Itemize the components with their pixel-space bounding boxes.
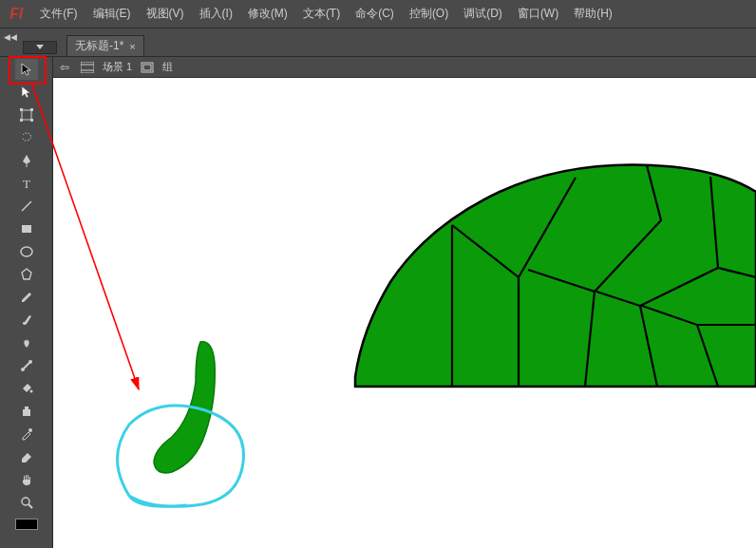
- svg-point-19: [29, 390, 32, 393]
- breadcrumb-scene[interactable]: 场景 1: [103, 60, 132, 74]
- svg-marker-15: [22, 269, 31, 279]
- svg-rect-8: [20, 119, 23, 122]
- stage[interactable]: [53, 78, 756, 548]
- eraser-tool[interactable]: [15, 446, 38, 467]
- svg-rect-0: [81, 62, 94, 73]
- document-tab-title: 无标题-1*: [75, 38, 123, 54]
- document-tab[interactable]: 无标题-1* ×: [66, 35, 144, 56]
- scene-icon[interactable]: [80, 60, 95, 75]
- menu-insert[interactable]: 插入(I): [192, 2, 240, 26]
- paint-bucket-tool[interactable]: [15, 378, 38, 399]
- menu-file[interactable]: 文件(F): [32, 2, 85, 26]
- svg-line-24: [28, 504, 32, 508]
- breadcrumb-group[interactable]: 组: [162, 60, 173, 74]
- subselection-tool[interactable]: [15, 82, 38, 103]
- svg-point-22: [28, 428, 32, 432]
- stroke-color-swatch[interactable]: [15, 519, 38, 530]
- line-tool[interactable]: [15, 196, 38, 217]
- bone-tool[interactable]: [15, 355, 38, 376]
- document-tab-close[interactable]: ×: [129, 41, 135, 52]
- polystar-tool[interactable]: [15, 264, 38, 285]
- free-transform-tool[interactable]: [15, 104, 38, 125]
- text-tool[interactable]: T: [15, 173, 38, 194]
- svg-line-18: [24, 363, 29, 368]
- deco-tool[interactable]: [15, 332, 38, 353]
- menu-bar: Fl 文件(F) 编辑(E) 视图(V) 插入(I) 修改(M) 文本(T) 命…: [0, 0, 756, 28]
- stage-artwork: [53, 78, 756, 548]
- svg-rect-5: [22, 110, 31, 120]
- hand-tool[interactable]: [15, 469, 38, 490]
- turtle-shell-shape: [355, 165, 756, 387]
- menu-command[interactable]: 命令(C): [348, 2, 402, 26]
- svg-rect-20: [23, 409, 30, 416]
- svg-line-12: [22, 201, 31, 211]
- svg-rect-7: [30, 108, 33, 111]
- edit-bar: ⇦ 场景 1 组: [0, 57, 756, 78]
- pencil-tool[interactable]: [15, 287, 38, 308]
- tool-panel: T: [0, 57, 53, 548]
- svg-point-14: [21, 247, 32, 256]
- svg-point-23: [22, 498, 29, 505]
- group-icon[interactable]: [140, 60, 155, 75]
- pen-tool[interactable]: [15, 150, 38, 171]
- lasso-tool[interactable]: [15, 127, 38, 148]
- menu-help[interactable]: 帮助(H): [566, 2, 620, 26]
- svg-rect-9: [30, 119, 33, 122]
- panel-dropdown[interactable]: [23, 41, 57, 54]
- svg-rect-13: [22, 225, 31, 233]
- menu-edit[interactable]: 编辑(E): [85, 2, 139, 26]
- brush-tool[interactable]: [15, 310, 38, 331]
- svg-rect-6: [20, 108, 23, 111]
- menu-control[interactable]: 控制(O): [402, 2, 456, 26]
- ink-bottle-tool[interactable]: [15, 401, 38, 422]
- rectangle-tool[interactable]: [15, 218, 38, 239]
- tab-row: 无标题-1* ×: [0, 28, 756, 57]
- app-logo: Fl: [4, 6, 32, 23]
- menu-text[interactable]: 文本(T): [295, 2, 348, 26]
- eyedropper-tool[interactable]: [15, 424, 38, 444]
- svg-rect-4: [143, 65, 151, 70]
- back-icon[interactable]: ⇦: [57, 60, 72, 75]
- collapse-icon[interactable]: ◀◀: [4, 32, 17, 42]
- menu-debug[interactable]: 调试(D): [456, 2, 510, 26]
- svg-text:T: T: [23, 177, 30, 190]
- svg-rect-21: [25, 406, 28, 409]
- menu-modify[interactable]: 修改(M): [240, 2, 295, 26]
- selection-tool[interactable]: [15, 59, 38, 80]
- oval-tool[interactable]: [15, 241, 38, 262]
- menu-view[interactable]: 视图(V): [139, 2, 192, 26]
- zoom-tool[interactable]: [15, 492, 38, 513]
- menu-window[interactable]: 窗口(W): [510, 2, 566, 26]
